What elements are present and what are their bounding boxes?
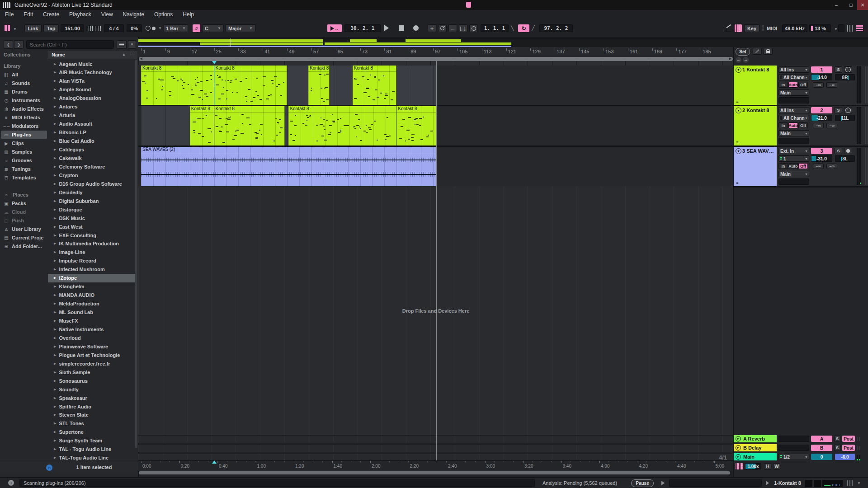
capture-midi-button[interactable]: [ ]	[459, 24, 467, 32]
monitor-in-button[interactable]: In	[778, 122, 788, 128]
time-signature-field[interactable]: 4 / 4	[104, 24, 124, 32]
vendor-row[interactable]: ▶Spitfire Audio	[48, 402, 137, 411]
browser-back-button[interactable]: ❮	[4, 40, 13, 49]
disclosure-triangle-icon[interactable]: ▶	[54, 96, 56, 100]
collapse-track-icon[interactable]: ▼	[736, 148, 741, 154]
clip[interactable]: Kontakt 8	[353, 66, 397, 105]
vendor-row[interactable]: ▶simplerecorder.free.fr	[48, 359, 137, 368]
clip[interactable]: SEA WAVES (2)	[141, 147, 436, 186]
vendor-row[interactable]: ▶D16 Group Audio Software	[48, 179, 137, 188]
output-menu[interactable]: Main▼	[778, 171, 809, 177]
monitor-in-button[interactable]: In	[778, 163, 788, 169]
return-header-1[interactable]: A ReverbASPost	[734, 435, 868, 442]
browser-forward-button[interactable]: ❯	[14, 40, 24, 49]
tempo-follower-chevron-icon[interactable]: ▼	[13, 27, 17, 31]
nudge-up-icon[interactable]	[95, 26, 101, 31]
pan-field[interactable]: 8R	[835, 74, 855, 80]
quantization-menu[interactable]: 1 Bar▼	[164, 24, 188, 32]
vendor-row[interactable]: ▶Cakewalk	[48, 154, 137, 162]
vendor-row[interactable]: ▶Speakosaur	[48, 394, 137, 402]
vendor-row[interactable]: ▶Distorque	[48, 205, 137, 214]
record-button[interactable]	[413, 25, 419, 31]
return-activator[interactable]: A	[811, 436, 832, 442]
vendor-row[interactable]: ▶TAL - Togu Audio Line	[48, 445, 137, 454]
set-marker-button[interactable]: Set	[736, 48, 750, 56]
track-header-2[interactable]: ▼2 Kontakt 8≡All Ins▼All Channe▼InAutoOf…	[734, 106, 868, 147]
disclosure-triangle-icon[interactable]: ▶	[54, 131, 56, 134]
preview-slot[interactable]	[669, 479, 762, 487]
arrangement-position-field[interactable]: 30. 2. 1	[344, 24, 381, 32]
disclosure-triangle-icon[interactable]: ▶	[54, 328, 56, 331]
disclosure-triangle-icon[interactable]: ▶	[54, 199, 56, 203]
menu-item-create[interactable]: Create	[38, 11, 64, 18]
midi-map-button[interactable]: MIDI	[767, 26, 777, 31]
vendor-row[interactable]: ▶Decidedly	[48, 188, 137, 197]
track-activator[interactable]: 2	[811, 107, 832, 113]
nudge-down-icon[interactable]	[87, 26, 93, 31]
send-a-field[interactable]: −∞	[813, 123, 824, 128]
vendor-row[interactable]: ▶TAL-Togu Audio Line	[48, 454, 137, 462]
mixer-menu-icon[interactable]	[856, 25, 863, 31]
song-end-marker[interactable]	[436, 61, 437, 460]
vendor-row[interactable]: ▶MANDA AUDIO	[48, 291, 137, 300]
vendor-row[interactable]: ▶Overloud	[48, 333, 137, 342]
disclosure-triangle-icon[interactable]: ▶	[54, 70, 56, 74]
clip[interactable]: Kontakt 8	[396, 106, 436, 145]
vendor-row[interactable]: ▶AnalogObsession	[48, 94, 137, 103]
disclosure-triangle-icon[interactable]: ▶	[54, 379, 56, 383]
metronome-toggle[interactable]: ▼	[146, 26, 162, 31]
menu-item-file[interactable]: File	[0, 11, 19, 18]
disclosure-triangle-icon[interactable]: ▶	[54, 336, 56, 340]
browser-options-chevron-icon[interactable]: ▼	[128, 40, 136, 49]
disclosure-triangle-icon[interactable]: ▶	[54, 422, 56, 425]
clip[interactable]: Kontakt 8	[190, 106, 214, 145]
clip[interactable]: Kontakt 8	[214, 106, 285, 145]
send-b-field[interactable]: −∞	[826, 123, 837, 128]
volume-field[interactable]: -31.0	[811, 155, 832, 162]
output-channel-slot[interactable]	[778, 97, 809, 103]
monitor-auto-button[interactable]: Auto	[788, 122, 798, 128]
scale-name-menu[interactable]: Major▼	[226, 24, 255, 32]
scale-root-menu[interactable]: C▼	[202, 24, 224, 32]
horizontal-scrollbar[interactable]	[139, 471, 730, 474]
vendor-row[interactable]: ▶iZotope	[48, 274, 137, 282]
menu-item-edit[interactable]: Edit	[19, 11, 38, 18]
beat-time-ruler[interactable]: 1917253341495765738189971051131211291371…	[138, 47, 733, 57]
vendor-row[interactable]: ▶IK Multimedia Production	[48, 239, 137, 248]
disclosure-triangle-icon[interactable]: ▶	[54, 285, 56, 288]
track-name-box[interactable]: ▼1 Kontakt 8≡	[734, 66, 777, 105]
monitor-knob-icon[interactable]	[844, 66, 852, 73]
vendor-row[interactable]: ▶Celemony Software	[48, 162, 137, 171]
time-ruler-playhead-triangle[interactable]	[212, 460, 217, 464]
time-ruler[interactable]: 0:000:200:401:001:201:402:002:202:403:00…	[138, 460, 733, 471]
key-map-button[interactable]: Key	[744, 24, 760, 32]
monitor-off-button[interactable]: Off	[798, 82, 808, 88]
minimize-button[interactable]: –	[830, 0, 843, 10]
clip[interactable]: Kontakt 8	[308, 66, 330, 105]
computer-midi-keyboard-toggle[interactable]	[735, 24, 742, 32]
pre-post-toggle[interactable]: Post	[842, 436, 855, 442]
vendor-row[interactable]: ▶Image-Line	[48, 248, 137, 257]
return-header-3[interactable]: Main1/2▼0-6.0	[734, 453, 868, 460]
io-meter-icon[interactable]	[847, 25, 854, 32]
stop-button[interactable]	[399, 25, 404, 31]
vendor-row[interactable]: ▶Native Instruments	[48, 325, 137, 333]
search-input[interactable]	[26, 40, 114, 49]
filter-button[interactable]	[117, 40, 127, 49]
next-marker-button[interactable]: →	[743, 57, 749, 63]
monitor-auto-button[interactable]: Auto	[788, 163, 798, 169]
sidebar-item-templates[interactable]: ⊟Templates	[1, 174, 47, 182]
waveform-zoom-icon[interactable]	[735, 463, 743, 469]
scale-mode-icon[interactable]: ♯	[193, 24, 200, 32]
send-b-field[interactable]: −∞	[826, 82, 837, 88]
solo-button[interactable]: S	[835, 107, 842, 113]
send-a-field[interactable]: −∞	[813, 82, 824, 88]
preview-headphone-icon[interactable]: ∩	[46, 465, 52, 471]
pause-analysis-button[interactable]: Pause	[631, 479, 654, 487]
vendor-row[interactable]: ▶Supertone	[48, 428, 137, 436]
vendor-row[interactable]: ▶STL Tones	[48, 419, 137, 428]
punch-out-toggle[interactable]: ╱	[532, 25, 535, 31]
return-solo-button[interactable]: S	[834, 445, 840, 451]
sidebar-item-grooves[interactable]: ≈Grooves	[1, 156, 47, 164]
menu-item-playback[interactable]: Playback	[64, 11, 96, 18]
